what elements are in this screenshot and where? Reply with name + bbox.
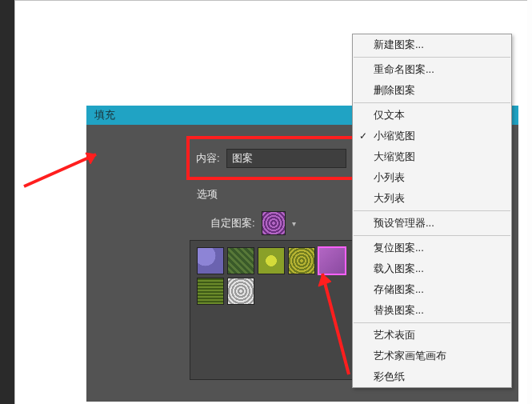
annotation-arrow — [20, 148, 108, 192]
menu-separator — [354, 210, 510, 211]
menu-separator — [354, 235, 510, 236]
menu-item[interactable]: 载入图案... — [353, 258, 511, 279]
app-edge-strip — [0, 0, 14, 404]
menu-item[interactable]: 艺术家画笔画布 — [353, 346, 511, 366]
chevron-down-icon[interactable]: ▾ — [292, 219, 296, 228]
content-label: 内容: — [196, 151, 220, 166]
menu-item[interactable]: 存储图案... — [353, 279, 511, 300]
menu-item[interactable]: 大缩览图 — [353, 146, 511, 167]
custom-pattern-thumb[interactable] — [262, 211, 286, 235]
pattern-swatch[interactable] — [197, 247, 224, 274]
menu-item[interactable]: 预设管理器... — [353, 213, 511, 234]
annotation-arrow — [310, 264, 358, 380]
pattern-swatch[interactable] — [227, 278, 254, 305]
svg-line-0 — [24, 154, 96, 186]
custom-pattern-row: 自定图案: ▾ — [210, 211, 296, 235]
content-dropdown-value: 图案 — [232, 152, 253, 164]
menu-separator — [354, 57, 510, 58]
menu-item[interactable]: 替换图案... — [353, 300, 511, 321]
content-dropdown[interactable]: 图案 — [226, 149, 346, 168]
menu-separator — [354, 322, 510, 323]
menu-item[interactable]: 仅文本 — [353, 105, 511, 126]
menu-item[interactable]: 彩色纸 — [353, 366, 511, 387]
menu-item[interactable]: 小缩览图 — [353, 126, 511, 146]
pattern-swatch[interactable] — [227, 247, 254, 274]
menu-item[interactable]: 大列表 — [353, 188, 511, 209]
menu-item[interactable]: 艺术表面 — [353, 325, 511, 346]
menu-item[interactable]: 复位图案... — [353, 238, 511, 258]
menu-separator — [354, 102, 510, 103]
menu-item[interactable]: 新建图案... — [353, 34, 511, 55]
menu-item[interactable]: 删除图案 — [353, 80, 511, 101]
options-label: 选项 — [197, 187, 218, 202]
pattern-swatch[interactable] — [258, 247, 285, 274]
menu-item[interactable]: 小列表 — [353, 167, 511, 188]
pattern-flyout-menu: 新建图案...重命名图案...删除图案仅文本小缩览图大缩览图小列表大列表预设管理… — [352, 34, 512, 388]
menu-item[interactable]: 重命名图案... — [353, 59, 511, 80]
svg-line-2 — [322, 274, 349, 374]
custom-pattern-label: 自定图案: — [210, 216, 255, 230]
pattern-swatch[interactable] — [197, 278, 224, 305]
